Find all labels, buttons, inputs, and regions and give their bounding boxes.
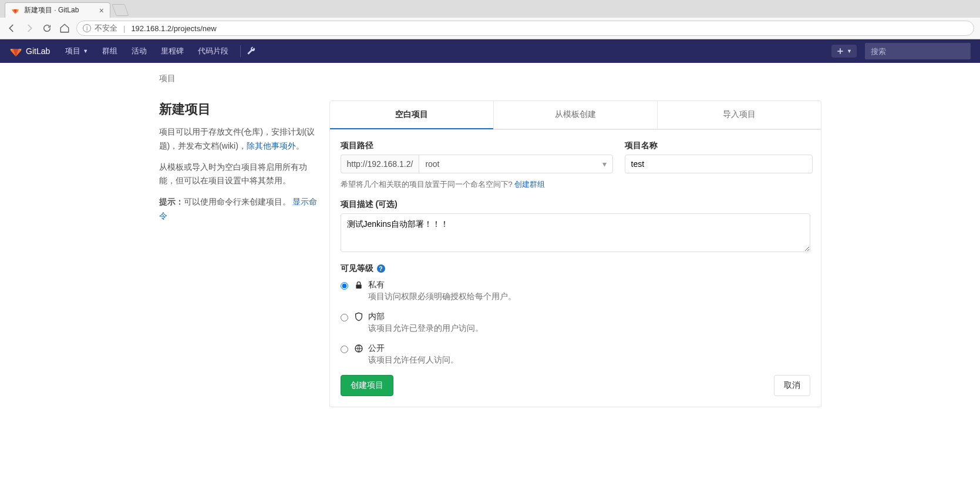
visibility-public[interactable]: 公开 该项目允许任何人访问。 xyxy=(341,343,810,366)
tab-from-template[interactable]: 从模板创建 xyxy=(493,101,657,129)
tip-row: 提示：可以使用命令行来创建项目。 显示命令 xyxy=(159,195,318,223)
admin-wrench-icon[interactable] xyxy=(247,46,256,57)
nav-groups[interactable]: 群组 xyxy=(96,39,123,63)
project-description-input[interactable] xyxy=(341,213,810,252)
visibility-private-radio[interactable] xyxy=(341,282,348,290)
back-button[interactable] xyxy=(6,22,18,34)
project-usage-desc: 项目可以用于存放文件(仓库)，安排计划(议题)，并发布文档(wiki)，除其他事… xyxy=(159,125,318,153)
namespace-help-text: 希望将几个相关联的项目放置于同一个命名空间下? xyxy=(341,180,515,189)
create-group-link[interactable]: 创建群组 xyxy=(514,180,545,189)
project-description-label: 项目描述 (可选) xyxy=(341,199,810,210)
project-path-label: 项目路径 xyxy=(341,140,613,151)
close-tab-icon[interactable]: × xyxy=(99,6,104,15)
page-title: 新建项目 xyxy=(159,100,318,118)
new-menu-button[interactable]: ▼ xyxy=(831,45,857,58)
visibility-private[interactable]: 私有 项目访问权限必须明确授权给每个用户。 xyxy=(341,280,810,302)
browser-chrome: 新建项目 · GitLab × i 不安全 | 192.168.1.2/proj… xyxy=(0,0,980,39)
among-others-link[interactable]: 除其他事项外 xyxy=(247,141,296,150)
forward-button[interactable] xyxy=(23,22,35,34)
nav-activity[interactable]: 活动 xyxy=(126,39,153,63)
home-button[interactable] xyxy=(59,22,70,34)
visibility-internal[interactable]: 内部 该项目允许已登录的用户访问。 xyxy=(341,311,810,334)
nav-milestones[interactable]: 里程碑 xyxy=(155,39,190,63)
cancel-button[interactable]: 取消 xyxy=(774,375,810,396)
reload-button[interactable] xyxy=(41,22,53,34)
visibility-label: 可见等级 xyxy=(341,263,373,274)
tab-bar: 新建项目 · GitLab × xyxy=(0,0,980,18)
namespace-select[interactable]: root xyxy=(419,155,612,173)
plus-icon xyxy=(836,47,844,55)
new-project-tabs: 空白项目 从模板创建 导入项目 xyxy=(329,100,821,130)
browser-tab[interactable]: 新建项目 · GitLab × xyxy=(5,2,110,18)
primary-nav: 项目 ▼ 群组 活动 里程碑 代码片段 xyxy=(59,39,234,63)
gitlab-header: GitLab 项目 ▼ 群组 活动 里程碑 代码片段 ▼ xyxy=(0,39,980,63)
create-project-button[interactable]: 创建项目 xyxy=(341,375,393,396)
left-info-column: 新建项目 项目可以用于存放文件(仓库)，安排计划(议题)，并发布文档(wiki)… xyxy=(159,100,318,407)
visibility-public-radio[interactable] xyxy=(341,346,348,353)
gitlab-favicon-icon xyxy=(11,6,19,15)
search-input[interactable] xyxy=(865,43,971,59)
gitlab-logo[interactable]: GitLab xyxy=(9,45,50,58)
nav-snippets[interactable]: 代码片段 xyxy=(192,39,234,63)
help-icon[interactable]: ? xyxy=(377,264,385,273)
lock-icon xyxy=(354,280,363,290)
project-name-label: 项目名称 xyxy=(625,140,813,151)
new-project-form: 项目路径 http://192.168.1.2/ root 项目名称 希望将几个… xyxy=(329,130,821,407)
template-import-note: 从模板或导入时为空白项目将启用所有功能，但可以在项目设置中将其禁用。 xyxy=(159,160,318,189)
shield-icon xyxy=(354,312,363,321)
project-name-input[interactable] xyxy=(625,155,813,173)
globe-icon xyxy=(354,344,363,353)
info-icon: i xyxy=(83,24,91,32)
breadcrumb[interactable]: 项目 xyxy=(159,63,821,89)
chevron-down-icon: ▼ xyxy=(83,48,88,54)
svg-rect-0 xyxy=(356,284,361,289)
visibility-internal-radio[interactable] xyxy=(341,314,348,321)
tab-import-project[interactable]: 导入项目 xyxy=(657,101,821,129)
nav-projects[interactable]: 项目 ▼ xyxy=(59,39,94,63)
insecure-label: 不安全 xyxy=(95,23,117,33)
tab-blank-project[interactable]: 空白项目 xyxy=(330,101,493,129)
brand-label: GitLab xyxy=(26,46,50,56)
chevron-down-icon: ▼ xyxy=(847,48,852,54)
address-bar[interactable]: i 不安全 | 192.168.1.2/projects/new xyxy=(76,21,974,36)
new-tab-button[interactable] xyxy=(112,4,129,16)
browser-toolbar: i 不安全 | 192.168.1.2/projects/new xyxy=(0,18,980,39)
tab-title: 新建项目 · GitLab xyxy=(24,5,79,15)
url-text: 192.168.1.2/projects/new xyxy=(131,24,216,33)
path-prefix: http://192.168.1.2/ xyxy=(341,155,419,173)
